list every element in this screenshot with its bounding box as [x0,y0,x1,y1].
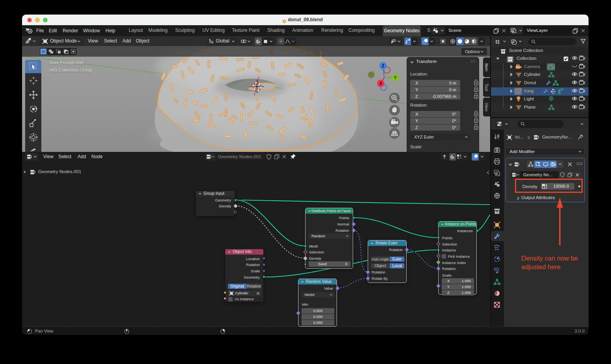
svg-text:Z: Z [382,64,384,68]
svg-text:X: X [380,81,382,86]
svg-text:Y: Y [394,76,397,80]
